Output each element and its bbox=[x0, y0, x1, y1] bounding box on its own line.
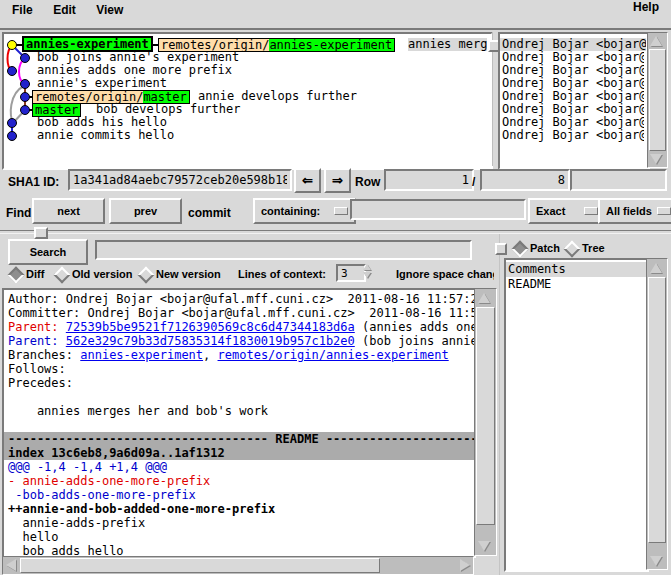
new-version-label[interactable]: New version bbox=[156, 268, 221, 280]
parent-sha-link[interactable]: 562e329c79b33d75835314f1830019b957c1b2e0 bbox=[66, 334, 355, 348]
old-version-radio[interactable] bbox=[54, 267, 71, 284]
search-button[interactable]: Search bbox=[8, 239, 88, 265]
commit-node bbox=[21, 106, 30, 115]
branch-label-master[interactable]: master bbox=[32, 103, 81, 117]
parent-line: Parent: 72539b5be9521f7126390569c8c6d473… bbox=[4, 320, 474, 334]
branch-link[interactable]: annies-experiment bbox=[80, 348, 203, 362]
scrollbar-thumb[interactable] bbox=[648, 277, 666, 543]
lower-pane-sash-handle[interactable] bbox=[495, 243, 507, 255]
commit-row-message[interactable]: bob adds his hello bbox=[37, 116, 477, 129]
author-cell[interactable]: Ondrej Bojar <bojar@ bbox=[502, 90, 644, 103]
commit-row-message[interactable]: bob joins annie's experiment bbox=[37, 51, 477, 64]
author-cell[interactable]: Ondrej Bojar <bojar@ bbox=[502, 64, 644, 77]
menu-help[interactable]: Help bbox=[625, 0, 667, 14]
remote-label-master[interactable]: remotes/origin/master bbox=[32, 90, 190, 104]
branch-label-annies-experiment[interactable]: annies-experiment bbox=[22, 36, 153, 52]
file-list-scrollbar[interactable] bbox=[646, 258, 668, 570]
match-type-dropdown[interactable]: Exact bbox=[528, 198, 606, 224]
author-cell[interactable]: Ondrej Bojar <bojar@ bbox=[502, 77, 644, 90]
commit-row-message[interactable]: bob develops further bbox=[96, 103, 476, 116]
scrollbar-thumb[interactable] bbox=[649, 49, 666, 151]
remote-prefix: remotes/origin/ bbox=[33, 91, 143, 103]
forward-icon: ⇒ bbox=[332, 173, 343, 188]
context-lines-spinbox[interactable] bbox=[336, 264, 366, 282]
main-sash-line bbox=[0, 230, 671, 234]
row-current-field[interactable] bbox=[384, 169, 474, 191]
diff-context-line: annie-adds-prefix bbox=[4, 516, 474, 530]
file-list-pane: Comments README bbox=[504, 258, 649, 572]
old-version-label[interactable]: Old version bbox=[72, 268, 133, 280]
lower-pane-sash-line bbox=[499, 234, 500, 575]
main-sash-handle[interactable] bbox=[34, 227, 48, 239]
scroll-up-icon[interactable] bbox=[650, 263, 662, 273]
containing-dropdown[interactable]: containing: bbox=[253, 198, 356, 224]
patch-radio[interactable] bbox=[512, 241, 529, 258]
patch-radio-label[interactable]: Patch bbox=[530, 242, 560, 254]
menu-view[interactable]: View bbox=[88, 3, 131, 17]
ignore-space-checkbox-label[interactable]: Ignore space chang bbox=[396, 268, 494, 280]
diff-added-both-line: ++annie-and-bob-added-one-more-prefix bbox=[4, 502, 474, 516]
remote-branch-name: annies-experiment bbox=[269, 39, 394, 51]
commit-row-message[interactable]: annies merges her and bob's work bbox=[408, 38, 487, 51]
parent-line: Parent: 562e329c79b33d75835314f1830019b9… bbox=[4, 334, 474, 348]
commit-node bbox=[8, 119, 17, 128]
diff-scrollbar-horizontal[interactable] bbox=[2, 556, 474, 575]
find-next-button[interactable]: next bbox=[32, 198, 105, 224]
commit-list-scrollbar[interactable] bbox=[647, 32, 668, 168]
diff-context-line: hello bbox=[4, 530, 474, 544]
scroll-left-icon[interactable] bbox=[6, 559, 16, 571]
commit-row-message[interactable]: annie commits hello bbox=[37, 129, 477, 142]
author-cell[interactable]: Ondrej Bojar <bojar@ bbox=[502, 51, 644, 64]
branch-link[interactable]: remotes/origin/annies-experiment bbox=[218, 348, 449, 362]
author-cell[interactable]: Ondrej Bojar <bojar@ bbox=[502, 116, 644, 129]
dropdown-indicator-icon bbox=[657, 207, 671, 215]
scroll-down-icon[interactable] bbox=[650, 154, 662, 164]
commit-row-message[interactable]: annie develops further bbox=[198, 90, 478, 103]
sha1-input[interactable] bbox=[68, 169, 292, 191]
scroll-up-icon[interactable] bbox=[650, 36, 662, 46]
menu-file[interactable]: File bbox=[4, 3, 41, 17]
scroll-up-icon[interactable] bbox=[478, 293, 490, 303]
fields-dropdown[interactable]: All fields bbox=[598, 198, 671, 224]
scrollbar-thumb[interactable] bbox=[476, 307, 495, 525]
tree-radio[interactable] bbox=[564, 241, 581, 258]
find-query-input[interactable] bbox=[350, 199, 526, 220]
spin-up-icon[interactable] bbox=[363, 264, 371, 270]
scroll-down-icon[interactable] bbox=[478, 541, 490, 551]
commit-node bbox=[8, 132, 17, 141]
commit-row-message[interactable]: annie's experiment bbox=[37, 77, 477, 90]
tree-radio-label[interactable]: Tree bbox=[582, 242, 605, 254]
author-cell[interactable]: Ondrej Bojar <bojar@ bbox=[500, 38, 646, 51]
parent-sha-link[interactable]: 72539b5be9521f7126390569c8c6d47344183d6a bbox=[66, 320, 355, 334]
new-version-radio[interactable] bbox=[138, 267, 155, 284]
scroll-down-icon[interactable] bbox=[650, 556, 662, 566]
forward-button[interactable]: ⇒ bbox=[324, 168, 351, 193]
branches-label: Branches: bbox=[8, 348, 80, 362]
scroll-right-icon[interactable] bbox=[460, 559, 470, 571]
diff-pane[interactable]: Author: Ondrej Bojar <bojar@ufal.mff.cun… bbox=[2, 288, 476, 558]
index-line: index 13c6eb8,9a6d09a..1af1312 bbox=[4, 446, 474, 460]
diff-radio[interactable] bbox=[8, 267, 25, 284]
file-list-item-selected[interactable]: Comments bbox=[506, 262, 647, 277]
scrollbar-thumb[interactable] bbox=[20, 558, 380, 573]
branches-line: Branches: annies-experiment, remotes/ori… bbox=[4, 348, 474, 362]
commit-row-message[interactable]: annies adds one more prefix bbox=[37, 64, 477, 77]
back-button[interactable]: ⇐ bbox=[294, 168, 321, 193]
sha-bar-spare-field[interactable] bbox=[570, 169, 667, 191]
remote-label-annies-experiment[interactable]: remotes/origin/annies-experiment bbox=[158, 38, 395, 52]
spinbox-arrows[interactable] bbox=[363, 264, 375, 282]
file-separator-line[interactable]: ------------------------------------ REA… bbox=[4, 432, 474, 446]
file-list-item[interactable]: README bbox=[506, 277, 647, 292]
spin-down-icon[interactable] bbox=[363, 272, 371, 278]
find-prev-button[interactable]: prev bbox=[109, 198, 182, 224]
diff-radio-label[interactable]: Diff bbox=[26, 268, 44, 280]
menu-edit[interactable]: Edit bbox=[45, 3, 84, 17]
committer-line: Committer: Ondrej Bojar <bojar@ufal.mff.… bbox=[4, 306, 474, 320]
commit-node bbox=[21, 54, 30, 63]
author-cell[interactable]: Ondrej Bojar <bojar@ bbox=[502, 103, 644, 116]
menu-bar: File Edit View Help bbox=[0, 0, 671, 30]
search-input[interactable] bbox=[95, 240, 472, 260]
diff-scrollbar-vertical[interactable] bbox=[474, 288, 497, 556]
row-total-field[interactable] bbox=[480, 169, 570, 191]
author-cell[interactable]: Ondrej Bojar <bojar@ bbox=[502, 129, 644, 142]
